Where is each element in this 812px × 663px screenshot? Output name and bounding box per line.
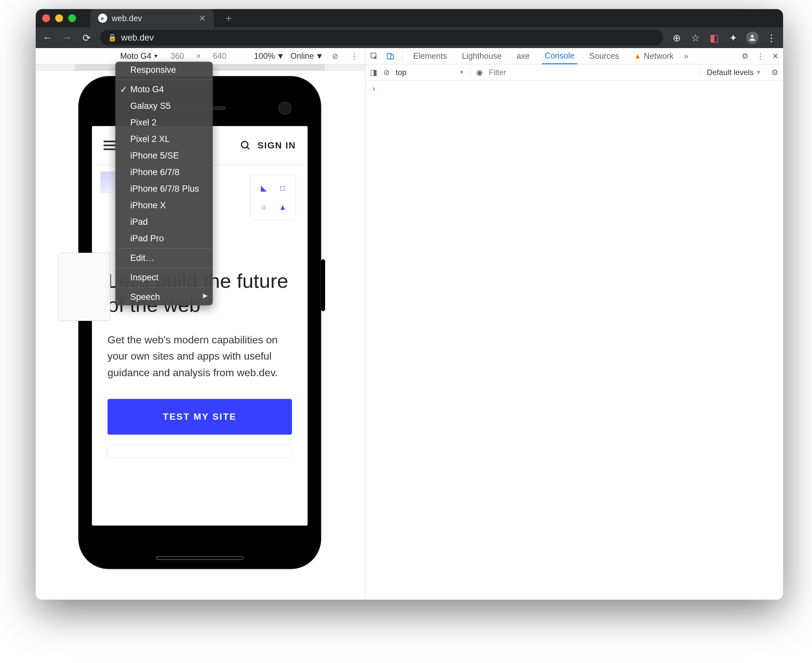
devtools-tab[interactable]: Lighthouse (459, 48, 504, 64)
log-levels-selector[interactable]: Default levels▼ (701, 68, 765, 77)
browser-toolbar: ← → ⟳ 🔒 web.dev ⊕ ☆ ◧ ✦ ⋮ (36, 27, 783, 48)
devtools-close-icon[interactable]: ✕ (772, 52, 778, 61)
reload-icon[interactable]: ⟳ (81, 32, 92, 44)
chevron-down-icon: ▼ (153, 53, 158, 59)
context-selector[interactable]: top▼ (396, 68, 470, 77)
signin-area[interactable]: SIGN IN (240, 140, 296, 151)
svg-line-2 (247, 147, 249, 149)
back-icon[interactable]: ← (42, 32, 53, 44)
tab-close-icon[interactable]: ✕ (199, 13, 206, 23)
extensions-puzzle-icon[interactable]: ✦ (727, 32, 739, 44)
console-body[interactable]: › (365, 81, 783, 600)
zoom-selector[interactable]: 100%▼ (254, 51, 284, 61)
devtools-menu-icon[interactable]: ⋮ (757, 52, 764, 61)
menu-item-device[interactable]: iPad Pro (115, 230, 213, 247)
phone-camera (278, 102, 291, 115)
new-tab-button[interactable]: ＋ (223, 11, 234, 25)
svg-rect-5 (391, 55, 394, 59)
device-dropdown-menu[interactable]: Responsive Moto G4Galaxy S5Pixel 2Pixel … (115, 62, 213, 306)
menu-item-device[interactable]: Pixel 2 (115, 114, 213, 131)
menu-item-device[interactable]: Moto G4 (115, 81, 213, 98)
address-bar[interactable]: 🔒 web.dev (100, 30, 663, 45)
device-selector[interactable]: Moto G4▼ (120, 51, 158, 61)
devtools-tab[interactable]: Sources (587, 48, 622, 64)
throttle-selector[interactable]: Online▼ (291, 51, 323, 61)
titlebar: ▸ web.dev ✕ ＋ (36, 9, 783, 27)
menu-item-device[interactable]: iPhone 6/7/8 Plus (115, 181, 213, 197)
hero-illustration-3 (58, 253, 110, 321)
menu-item-device[interactable]: iPhone X (115, 197, 213, 214)
url-text: web.dev (121, 33, 154, 43)
menu-item-device[interactable]: iPhone 6/7/8 (115, 164, 213, 181)
toolbar-right: ⊕ ☆ ◧ ✦ ⋮ (671, 32, 777, 44)
clear-console-icon[interactable]: ⊘ (383, 68, 390, 77)
hero-secondary-box (108, 445, 292, 458)
menu-item-inspect[interactable]: Inspect (115, 269, 213, 286)
console-prompt-icon: › (371, 84, 376, 94)
hero-body: Get the web's modern capabilities on you… (108, 332, 292, 381)
lock-icon: 🔒 (108, 34, 116, 42)
settings-gear-icon[interactable]: ⚙ (741, 52, 749, 61)
hero-illustration-2: ◣□○▲ (250, 175, 296, 220)
close-window-button[interactable] (42, 14, 50, 22)
svg-point-0 (751, 35, 754, 38)
home-indicator (156, 556, 244, 560)
devtools-tab[interactable]: ▲Network (631, 48, 676, 64)
bookmark-star-icon[interactable]: ☆ (689, 32, 701, 44)
rotate-icon[interactable]: ⊘ (332, 52, 339, 61)
forward-icon[interactable]: → (61, 32, 73, 44)
device-mode-pane: Moto G4▼ 360 × 640 100%▼ Online▼ ⊘ ⋮ (36, 48, 365, 600)
height-input[interactable]: 640 (207, 51, 232, 61)
traffic-lights (42, 14, 76, 22)
width-input[interactable]: 360 (165, 51, 190, 61)
browser-menu-icon[interactable]: ⋮ (765, 32, 777, 44)
devtools-tab[interactable]: Elements (410, 48, 450, 64)
tab-title: web.dev (112, 14, 142, 23)
menu-item-responsive[interactable]: Responsive (115, 62, 213, 78)
browser-tab[interactable]: ▸ web.dev ✕ (90, 9, 214, 27)
dimension-separator: × (196, 51, 201, 61)
signin-label: SIGN IN (258, 140, 296, 151)
device-options-icon[interactable]: ⋮ (351, 52, 358, 61)
warning-icon: ▲ (634, 52, 641, 60)
console-settings-icon[interactable]: ⚙ (772, 68, 778, 77)
live-expression-icon[interactable]: ◉ (476, 68, 483, 77)
inspect-element-icon[interactable] (370, 52, 378, 60)
devtools-panel: ElementsLighthouseaxeConsoleSources▲Netw… (365, 48, 783, 600)
browser-window: ▸ web.dev ✕ ＋ ← → ⟳ 🔒 web.dev ⊕ ☆ ◧ ✦ ⋮ (36, 9, 783, 600)
menu-item-device[interactable]: Pixel 2 XL (115, 131, 213, 147)
favicon-icon: ▸ (98, 14, 107, 23)
add-page-icon[interactable]: ⊕ (671, 32, 683, 44)
search-icon[interactable] (240, 140, 251, 151)
devtools-tab[interactable]: Console (542, 48, 577, 64)
profile-avatar-icon[interactable] (746, 32, 759, 44)
devtools-tabbar: ElementsLighthouseaxeConsoleSources▲Netw… (365, 48, 783, 64)
svg-point-1 (241, 141, 248, 148)
menu-item-device[interactable]: iPhone 5/SE (115, 147, 213, 164)
more-tabs-icon[interactable]: » (684, 52, 688, 61)
menu-item-device[interactable]: iPad (115, 214, 213, 230)
console-filter-input[interactable] (489, 68, 695, 77)
maximize-window-button[interactable] (68, 14, 76, 22)
extension-1-icon[interactable]: ◧ (709, 32, 720, 44)
device-toggle-icon[interactable] (386, 52, 395, 60)
test-my-site-button[interactable]: TEST MY SITE (108, 399, 292, 435)
menu-item-device[interactable]: Galaxy S5 (115, 98, 213, 114)
console-toolbar: ◨ ⊘ top▼ ◉ Default levels▼ ⚙ (365, 64, 783, 81)
minimize-window-button[interactable] (55, 14, 63, 22)
console-sidebar-icon[interactable]: ◨ (370, 68, 378, 77)
devtools-tab[interactable]: axe (514, 48, 532, 64)
menu-item-edit[interactable]: Edit… (115, 250, 213, 266)
menu-item-speech[interactable]: Speech (115, 289, 213, 306)
